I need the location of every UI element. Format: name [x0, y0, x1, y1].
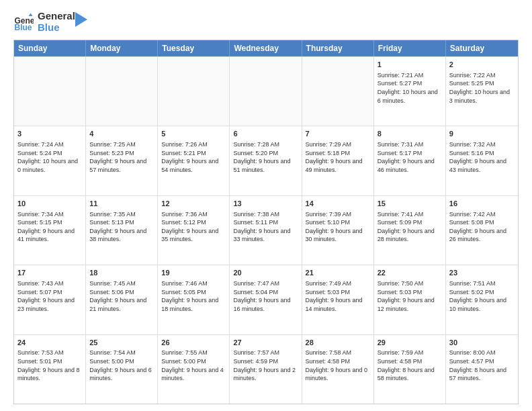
day-number: 21	[306, 268, 370, 278]
day-number: 14	[306, 199, 370, 209]
day-cell-20: 20Sunrise: 7:47 AM Sunset: 5:04 PM Dayli…	[230, 265, 302, 334]
day-number: 5	[161, 129, 226, 139]
day-number: 29	[378, 338, 442, 348]
day-cell-22: 22Sunrise: 7:50 AM Sunset: 5:03 PM Dayli…	[374, 265, 446, 334]
day-cell-18: 18Sunrise: 7:45 AM Sunset: 5:06 PM Dayli…	[86, 265, 158, 334]
day-number: 19	[161, 268, 226, 278]
day-info: Sunrise: 7:28 AM Sunset: 5:20 PM Dayligh…	[233, 140, 298, 174]
calendar-body: 1Sunrise: 7:21 AM Sunset: 5:27 PM Daylig…	[14, 56, 518, 404]
day-number: 2	[449, 60, 515, 70]
day-number: 8	[378, 129, 442, 139]
day-number: 12	[161, 199, 226, 209]
day-info: Sunrise: 7:45 AM Sunset: 5:06 PM Dayligh…	[89, 279, 154, 313]
day-cell-3: 3Sunrise: 7:24 AM Sunset: 5:24 PM Daylig…	[14, 126, 86, 195]
empty-cell	[230, 57, 302, 126]
day-number: 6	[233, 129, 298, 139]
day-info: Sunrise: 7:29 AM Sunset: 5:18 PM Dayligh…	[306, 140, 370, 174]
day-cell-15: 15Sunrise: 7:41 AM Sunset: 5:09 PM Dayli…	[374, 196, 446, 265]
day-info: Sunrise: 7:59 AM Sunset: 4:58 PM Dayligh…	[378, 349, 442, 382]
day-number: 3	[17, 129, 82, 139]
day-cell-21: 21Sunrise: 7:49 AM Sunset: 5:03 PM Dayli…	[302, 265, 374, 334]
day-cell-6: 6Sunrise: 7:28 AM Sunset: 5:20 PM Daylig…	[230, 126, 302, 195]
day-info: Sunrise: 7:41 AM Sunset: 5:09 PM Dayligh…	[378, 210, 442, 244]
day-cell-8: 8Sunrise: 7:31 AM Sunset: 5:17 PM Daylig…	[374, 126, 446, 195]
day-info: Sunrise: 7:32 AM Sunset: 5:16 PM Dayligh…	[449, 140, 515, 174]
day-number: 20	[233, 268, 298, 278]
day-info: Sunrise: 7:31 AM Sunset: 5:17 PM Dayligh…	[378, 140, 442, 174]
empty-cell	[86, 57, 158, 126]
day-info: Sunrise: 7:42 AM Sunset: 5:08 PM Dayligh…	[449, 210, 515, 244]
day-info: Sunrise: 7:54 AM Sunset: 5:00 PM Dayligh…	[89, 349, 154, 382]
page: General Blue General Blue SundayMondayTu…	[0, 0, 532, 411]
day-cell-16: 16Sunrise: 7:42 AM Sunset: 5:08 PM Dayli…	[446, 196, 518, 265]
logo-general: General	[38, 11, 75, 22]
day-cell-28: 28Sunrise: 7:58 AM Sunset: 4:58 PM Dayli…	[302, 335, 374, 404]
day-cell-19: 19Sunrise: 7:46 AM Sunset: 5:05 PM Dayli…	[158, 265, 230, 334]
day-cell-5: 5Sunrise: 7:26 AM Sunset: 5:21 PM Daylig…	[158, 126, 230, 195]
empty-cell	[302, 57, 374, 126]
day-info: Sunrise: 7:39 AM Sunset: 5:10 PM Dayligh…	[306, 210, 370, 244]
day-number: 26	[161, 338, 226, 348]
day-cell-2: 2Sunrise: 7:22 AM Sunset: 5:25 PM Daylig…	[446, 57, 518, 126]
day-number: 18	[89, 268, 154, 278]
svg-text:Blue: Blue	[15, 23, 32, 32]
day-info: Sunrise: 7:35 AM Sunset: 5:13 PM Dayligh…	[89, 210, 154, 244]
day-number: 11	[89, 199, 154, 209]
day-info: Sunrise: 7:24 AM Sunset: 5:24 PM Dayligh…	[17, 140, 82, 174]
day-cell-12: 12Sunrise: 7:36 AM Sunset: 5:12 PM Dayli…	[158, 196, 230, 265]
day-cell-1: 1Sunrise: 7:21 AM Sunset: 5:27 PM Daylig…	[374, 57, 446, 126]
day-number: 24	[17, 338, 82, 348]
header: General Blue General Blue	[13, 11, 519, 33]
day-header-thursday: Thursday	[302, 40, 374, 56]
day-info: Sunrise: 7:38 AM Sunset: 5:11 PM Dayligh…	[233, 210, 298, 244]
week-row-2: 3Sunrise: 7:24 AM Sunset: 5:24 PM Daylig…	[14, 126, 518, 195]
day-info: Sunrise: 7:36 AM Sunset: 5:12 PM Dayligh…	[161, 210, 226, 244]
day-number: 9	[449, 129, 515, 139]
calendar-header: SundayMondayTuesdayWednesdayThursdayFrid…	[14, 40, 518, 56]
day-number: 22	[378, 268, 442, 278]
day-info: Sunrise: 7:43 AM Sunset: 5:07 PM Dayligh…	[17, 279, 82, 313]
day-number: 7	[306, 129, 370, 139]
day-number: 25	[89, 338, 154, 348]
day-info: Sunrise: 7:21 AM Sunset: 5:27 PM Dayligh…	[378, 71, 442, 105]
day-number: 10	[17, 199, 82, 209]
calendar: SundayMondayTuesdayWednesdayThursdayFrid…	[13, 40, 519, 404]
day-info: Sunrise: 7:26 AM Sunset: 5:21 PM Dayligh…	[161, 140, 226, 174]
day-number: 23	[449, 268, 515, 278]
day-number: 17	[17, 268, 82, 278]
day-info: Sunrise: 7:58 AM Sunset: 4:58 PM Dayligh…	[306, 349, 370, 382]
day-info: Sunrise: 7:34 AM Sunset: 5:15 PM Dayligh…	[17, 210, 82, 244]
empty-cell	[14, 57, 86, 126]
day-cell-11: 11Sunrise: 7:35 AM Sunset: 5:13 PM Dayli…	[86, 196, 158, 265]
day-cell-25: 25Sunrise: 7:54 AM Sunset: 5:00 PM Dayli…	[86, 335, 158, 404]
day-cell-10: 10Sunrise: 7:34 AM Sunset: 5:15 PM Dayli…	[14, 196, 86, 265]
day-number: 4	[89, 129, 154, 139]
day-header-monday: Monday	[86, 40, 158, 56]
day-header-wednesday: Wednesday	[230, 40, 302, 56]
day-info: Sunrise: 7:53 AM Sunset: 5:01 PM Dayligh…	[17, 349, 82, 382]
day-info: Sunrise: 7:51 AM Sunset: 5:02 PM Dayligh…	[449, 279, 515, 313]
day-info: Sunrise: 7:47 AM Sunset: 5:04 PM Dayligh…	[233, 279, 298, 313]
day-info: Sunrise: 7:55 AM Sunset: 5:00 PM Dayligh…	[161, 349, 226, 382]
logo-icon: General Blue	[13, 12, 34, 32]
day-cell-24: 24Sunrise: 7:53 AM Sunset: 5:01 PM Dayli…	[14, 335, 86, 404]
week-row-1: 1Sunrise: 7:21 AM Sunset: 5:27 PM Daylig…	[14, 56, 518, 126]
svg-marker-3	[75, 12, 87, 27]
day-header-sunday: Sunday	[14, 40, 86, 56]
day-info: Sunrise: 7:22 AM Sunset: 5:25 PM Dayligh…	[449, 71, 515, 105]
logo: General Blue General Blue	[13, 11, 87, 33]
svg-marker-2	[29, 13, 33, 16]
day-number: 16	[449, 199, 515, 209]
week-row-4: 17Sunrise: 7:43 AM Sunset: 5:07 PM Dayli…	[14, 265, 518, 334]
day-cell-7: 7Sunrise: 7:29 AM Sunset: 5:18 PM Daylig…	[302, 126, 374, 195]
logo-blue: Blue	[38, 22, 75, 34]
day-cell-30: 30Sunrise: 8:00 AM Sunset: 4:57 PM Dayli…	[446, 335, 518, 404]
day-header-saturday: Saturday	[446, 40, 518, 56]
logo-arrow-icon	[75, 12, 87, 27]
day-info: Sunrise: 7:46 AM Sunset: 5:05 PM Dayligh…	[161, 279, 226, 313]
day-cell-4: 4Sunrise: 7:25 AM Sunset: 5:23 PM Daylig…	[86, 126, 158, 195]
day-cell-9: 9Sunrise: 7:32 AM Sunset: 5:16 PM Daylig…	[446, 126, 518, 195]
day-cell-17: 17Sunrise: 7:43 AM Sunset: 5:07 PM Dayli…	[14, 265, 86, 334]
day-cell-13: 13Sunrise: 7:38 AM Sunset: 5:11 PM Dayli…	[230, 196, 302, 265]
day-number: 1	[378, 60, 442, 70]
